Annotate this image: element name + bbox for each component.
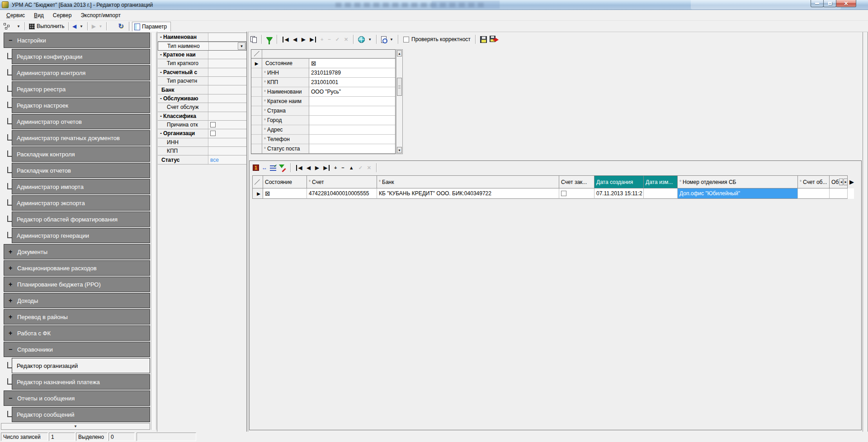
export-button[interactable] — [488, 35, 500, 44]
parameter-value[interactable]: ▼ — [208, 103, 246, 111]
sidebar-item[interactable]: Администратор генерации — [12, 228, 150, 243]
last-record-button[interactable]: ▶ — [307, 37, 316, 42]
sidebar-item[interactable]: Администратор контроля — [12, 65, 150, 80]
cell-created[interactable]: 07.11.2013 15:11:2 — [594, 188, 644, 199]
form-field-value[interactable] — [309, 135, 395, 144]
sidebar-item[interactable]: Редактор настроек — [12, 98, 150, 113]
execute-button[interactable]: Выполнить — [28, 22, 66, 30]
delete-row-button[interactable]: − — [339, 165, 346, 170]
expand-icon[interactable]: + — [9, 329, 14, 337]
form-field-value[interactable]: ООО "Русь" — [309, 87, 395, 97]
delete-record-button[interactable]: − — [326, 37, 333, 42]
forward-button[interactable]: ▶ — [90, 23, 97, 30]
cell-overflow[interactable] — [830, 188, 848, 199]
edit-filter-button[interactable] — [278, 164, 288, 172]
prev-row-button[interactable]: ◀ — [304, 165, 312, 171]
prev-record-button[interactable]: ◀ — [291, 37, 299, 42]
sidebar-item[interactable]: Администратор отчетов — [12, 114, 150, 129]
column-header-closed[interactable]: Счет зак... — [559, 175, 594, 188]
cell-bank[interactable]: КБ "КУБАНЬ КРЕДИТ" ООО. БИК:040349722 — [377, 188, 559, 199]
column-header-created[interactable]: Дата создания — [594, 175, 644, 188]
more-columns-icon[interactable]: ▶ — [848, 175, 854, 188]
form-field-value[interactable]: ⊠ — [309, 59, 395, 68]
next-record-button[interactable]: ▶ — [299, 37, 307, 42]
form-field-value[interactable] — [309, 116, 395, 125]
expand-icon[interactable]: − — [9, 37, 14, 44]
refresh-button[interactable]: ↻ — [117, 21, 125, 31]
restore-button[interactable] — [823, 0, 836, 7]
closed-checkbox[interactable] — [561, 191, 566, 196]
edit-row-button[interactable]: ▲ — [347, 165, 356, 170]
back-button[interactable]: ◀ — [71, 23, 78, 30]
collapse-mark[interactable]: - — [160, 34, 162, 40]
parameter-value[interactable]: все ▼ — [208, 155, 246, 164]
first-record-button[interactable]: ◀ — [283, 37, 291, 42]
sidebar-item[interactable]: + Работа с ФК — [4, 325, 150, 341]
next-row-button[interactable]: ▶ — [313, 165, 321, 171]
sidebar-scrollbar-track[interactable] — [151, 33, 156, 430]
column-list-button[interactable] — [269, 164, 278, 172]
exit-button[interactable]: 1 — [251, 164, 260, 172]
cell-service-account[interactable] — [798, 188, 830, 199]
forward-dropdown-icon[interactable]: ▼ — [97, 24, 104, 28]
cancel-edit-button[interactable]: ✕ — [342, 37, 350, 42]
form-field-value[interactable]: 2310119789 — [309, 68, 395, 78]
post-edit-button[interactable]: ✓ — [333, 37, 342, 42]
column-header-overflow[interactable]: Об ◄ ► — [830, 175, 848, 188]
sidebar-item[interactable]: + Документы — [4, 244, 150, 259]
layout-tree-button[interactable] — [2, 22, 11, 30]
column-header-selector[interactable] — [252, 175, 263, 188]
menu-item[interactable]: Сервер — [48, 11, 76, 20]
check-correctness-checkbox[interactable] — [403, 37, 409, 42]
sidebar-item[interactable]: Администратор экспорта — [12, 195, 150, 211]
first-row-button[interactable]: ◀ — [296, 165, 304, 171]
sidebar-item[interactable]: + Перевод в районы — [4, 309, 150, 324]
web-dropdown-icon[interactable]: ▼ — [366, 38, 373, 42]
parameter-value[interactable]: ▼ — [208, 77, 246, 85]
scroll-up-button[interactable]: ▲ — [397, 50, 402, 56]
sidebar-item[interactable]: + Санкционирование расходов — [4, 260, 150, 276]
collapse-mark[interactable]: - — [160, 95, 162, 102]
column-header-branch[interactable]: °Номер отделения СБ — [678, 175, 798, 188]
cell-closed[interactable] — [559, 188, 594, 199]
last-row-button[interactable]: ▶ — [321, 165, 329, 171]
column-scroll-right-button[interactable]: ► — [844, 179, 848, 185]
report-dropdown-icon[interactable]: ▼ — [388, 38, 395, 42]
sidebar-item[interactable]: Редактор организаций — [12, 358, 150, 373]
report-button[interactable] — [380, 35, 388, 44]
parameter-value[interactable]: ▼ — [208, 129, 246, 137]
sidebar-item[interactable]: Раскладчик контроля — [12, 146, 150, 162]
scroll-down-button[interactable]: ▼ — [397, 147, 402, 153]
dropdown-button[interactable]: ▼ — [238, 42, 245, 49]
tab-parameter[interactable]: Параметр — [132, 22, 171, 32]
parameter-checkbox[interactable] — [210, 122, 216, 127]
parameter-value[interactable]: ▼ — [209, 42, 246, 50]
form-field-value[interactable] — [309, 97, 395, 106]
sidebar-item[interactable]: − Справочники — [4, 342, 150, 357]
parameter-checkbox[interactable] — [210, 131, 216, 136]
form-field-value[interactable] — [309, 125, 395, 135]
add-row-button[interactable]: + — [332, 165, 339, 170]
expand-icon[interactable]: + — [9, 297, 14, 304]
parameter-value[interactable]: ▼ — [208, 138, 246, 146]
sidebar-item[interactable]: + Доходы — [4, 293, 150, 308]
expand-icon[interactable]: − — [9, 346, 14, 353]
save-button[interactable] — [479, 35, 488, 44]
column-header-account[interactable]: °Счет — [307, 175, 377, 188]
parameter-value[interactable]: ▼ — [208, 121, 246, 129]
form-field-value[interactable] — [309, 144, 395, 154]
minimize-button[interactable] — [811, 0, 824, 7]
sidebar-item[interactable]: Редактор реестра — [12, 81, 150, 97]
sidebar-item[interactable]: Администратор печатных документов — [12, 130, 150, 146]
cell-state[interactable]: ⊠ — [263, 188, 307, 199]
sidebar-item[interactable]: Редактор конфигурации — [12, 49, 150, 64]
cancel-row-button[interactable]: ✕ — [365, 165, 373, 171]
column-header-bank[interactable]: °Банк — [377, 175, 559, 188]
sidebar-scroll-down[interactable]: ▼ — [1, 423, 150, 430]
parameter-value[interactable]: ▼ — [208, 33, 246, 41]
sidebar-item[interactable]: Администратор импорта — [12, 179, 150, 194]
collapse-mark[interactable]: - — [160, 69, 162, 75]
collapse-mark[interactable]: - — [160, 52, 162, 58]
parameter-value[interactable]: ▼ — [208, 147, 246, 155]
close-button[interactable]: ✕ — [836, 0, 856, 7]
